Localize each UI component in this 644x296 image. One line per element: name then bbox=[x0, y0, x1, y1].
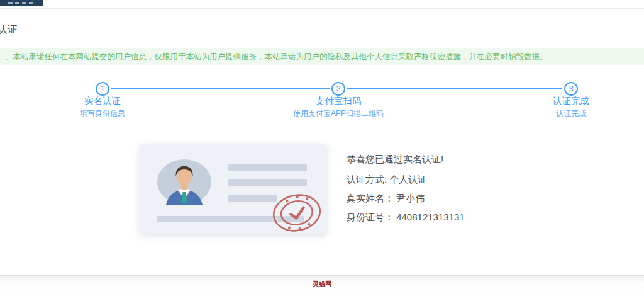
auth-method-value: 个人认证 bbox=[389, 174, 427, 185]
congrats-message: 恭喜您已通过实名认证! bbox=[347, 154, 443, 166]
real-name-value: 尹小伟 bbox=[396, 193, 425, 203]
page-title: 认证 bbox=[0, 23, 18, 37]
privacy-notice: 、本站承诺任何在本网站提交的用户信息，仅限用于本站为用户提供服务，本站承诺为用户… bbox=[0, 48, 644, 65]
step-3-subtitle: 认证完成 bbox=[556, 108, 586, 119]
step-connector-1 bbox=[111, 88, 330, 89]
step-1-indicator: 1 bbox=[96, 82, 109, 96]
card-text-placeholder-1 bbox=[228, 164, 307, 171]
step-3-title: 认证完成 bbox=[553, 95, 589, 107]
id-number-label: 身份证号： bbox=[347, 212, 396, 222]
id-card-illustration bbox=[140, 144, 327, 234]
auth-method-line: 认证方式: 个人认证 bbox=[347, 174, 427, 186]
clipped-tab-text bbox=[8, 2, 36, 4]
id-number-line: 身份证号： 4408121313131 bbox=[347, 212, 465, 224]
step-2-title: 支付宝扫码 bbox=[316, 95, 362, 107]
auth-method-label: 认证方式: bbox=[347, 174, 389, 185]
step-1-title: 实名认证 bbox=[84, 95, 121, 107]
footer-logo[interactable]: 灵猫网 bbox=[313, 280, 331, 288]
heading-divider bbox=[0, 38, 644, 38]
real-name-line: 真实姓名： 尹小伟 bbox=[347, 193, 425, 205]
step-2-indicator: 2 bbox=[331, 82, 345, 96]
avatar-portrait-icon bbox=[157, 159, 211, 205]
step-connector-2 bbox=[347, 88, 562, 89]
id-number-value: 4408121313131 bbox=[396, 212, 464, 222]
card-text-placeholder-2 bbox=[228, 179, 307, 186]
step-3-indicator: 3 bbox=[564, 82, 578, 96]
top-divider bbox=[0, 8, 644, 9]
verified-seal-icon bbox=[270, 192, 323, 234]
step-1-subtitle: 填写身份信息 bbox=[80, 108, 125, 119]
real-name-label: 真实姓名： bbox=[347, 193, 396, 203]
step-2-subtitle: 使用支付宝APP扫描二维码 bbox=[293, 108, 384, 119]
top-nav-tab[interactable] bbox=[0, 0, 43, 6]
